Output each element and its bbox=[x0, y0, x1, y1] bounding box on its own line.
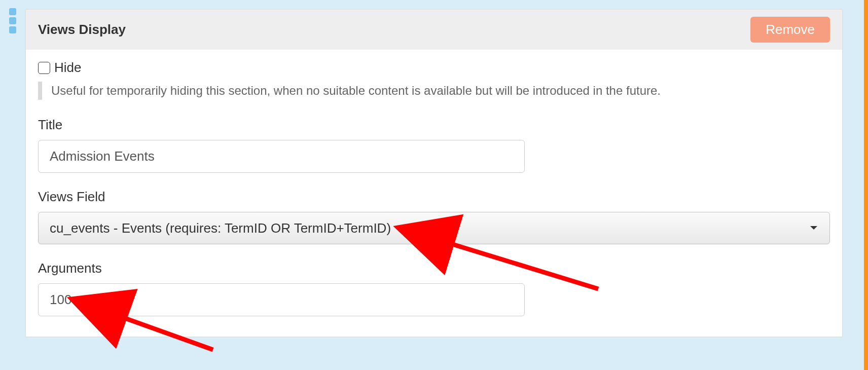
arguments-input[interactable] bbox=[38, 283, 525, 316]
title-label: Title bbox=[38, 117, 830, 133]
hide-checkbox[interactable] bbox=[38, 62, 50, 74]
right-edge-strip bbox=[864, 0, 868, 370]
remove-button[interactable]: Remove bbox=[750, 17, 830, 43]
views-field-label: Views Field bbox=[38, 189, 830, 205]
panel-title: Views Display bbox=[38, 22, 126, 38]
views-field-select[interactable]: cu_events - Events (requires: TermID OR … bbox=[38, 212, 830, 244]
panel-header: Views Display Remove bbox=[26, 10, 842, 50]
hide-label: Hide bbox=[54, 60, 81, 76]
arguments-label: Arguments bbox=[38, 261, 830, 276]
hide-hint: Useful for temporarily hiding this secti… bbox=[38, 82, 830, 100]
title-input[interactable] bbox=[38, 140, 525, 173]
views-display-panel: Views Display Remove Hide Useful for tem… bbox=[25, 9, 843, 337]
